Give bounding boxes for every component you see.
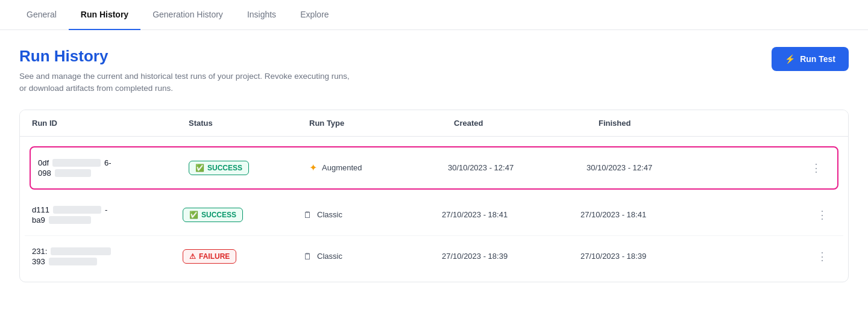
tab-explore[interactable]: Explore xyxy=(288,0,341,30)
created-cell-3: 27/10/2023 - 18:39 xyxy=(442,252,580,261)
run-id-line-4: ba9 xyxy=(32,215,183,225)
tab-generation-history[interactable]: Generation History xyxy=(140,0,235,30)
run-type-cell-3: 🗒 Classic xyxy=(303,251,442,261)
run-test-button[interactable]: ⚡ Run Test xyxy=(772,47,849,71)
status-cell-2: ✅ SUCCESS xyxy=(183,208,303,222)
run-id-blur-2 xyxy=(55,169,91,177)
run-id-line-2: 098 xyxy=(38,169,189,178)
status-label-1: SUCCESS xyxy=(207,164,242,172)
top-nav: General Run History Generation History I… xyxy=(0,0,868,30)
more-actions-button-2[interactable]: ⋮ xyxy=(812,206,836,224)
tab-run-history[interactable]: Run History xyxy=(69,0,140,30)
run-id-blur-1 xyxy=(52,159,101,167)
run-id-blur-5 xyxy=(51,247,111,255)
table-row: 231: 393 ⚠ FAILURE 🗒 Class xyxy=(25,236,843,277)
run-id-prefix-3: d111 xyxy=(32,205,49,214)
more-actions-button-1[interactable]: ⋮ xyxy=(806,159,830,177)
run-id-cell-2: d111 - ba9 xyxy=(32,205,183,225)
run-id-prefix-4: ba9 xyxy=(32,215,45,225)
lightning-icon: ⚡ xyxy=(785,54,795,64)
warning-icon: ⚠ xyxy=(189,252,196,261)
run-id-prefix-1: 0df xyxy=(38,158,49,167)
run-id-cell-3: 231: 393 xyxy=(32,247,183,266)
run-id-line-1: 0df 6- xyxy=(38,158,189,167)
status-label-3: FAILURE xyxy=(199,252,230,261)
classic-icon-2: 🗒 xyxy=(303,209,312,220)
run-id-line-5: 231: xyxy=(32,247,183,256)
run-test-label: Run Test xyxy=(800,54,835,64)
run-id-prefix-6: 393 xyxy=(32,257,45,266)
run-id-suffix-2: - xyxy=(105,205,107,214)
check-circle-icon: ✅ xyxy=(195,164,204,172)
col-run-type: Run Type xyxy=(309,119,454,128)
run-type-cell-1: ✦ Augmented xyxy=(309,162,448,173)
run-type-label-3: Classic xyxy=(317,252,342,261)
run-id-line-3: d111 - xyxy=(32,205,183,214)
run-type-label-2: Classic xyxy=(317,210,342,219)
run-history-table: Run ID Status Run Type Created Finished … xyxy=(19,110,849,282)
col-run-id: Run ID xyxy=(32,119,189,128)
status-cell-1: ✅ SUCCESS xyxy=(189,161,309,175)
run-id-prefix-5: 231: xyxy=(32,247,47,256)
created-cell-1: 30/10/2023 - 12:47 xyxy=(448,163,587,172)
col-created: Created xyxy=(454,119,599,128)
table-header: Run ID Status Run Type Created Finished xyxy=(20,110,848,137)
header-row: Run History See and manage the current a… xyxy=(19,47,849,95)
run-id-blur-6 xyxy=(49,258,97,265)
status-cell-3: ⚠ FAILURE xyxy=(183,249,303,264)
created-cell-2: 27/10/2023 - 18:41 xyxy=(442,210,580,219)
status-badge-success: ✅ SUCCESS xyxy=(189,161,249,175)
status-label-2: SUCCESS xyxy=(201,211,236,219)
page-description: See and manage the current and historica… xyxy=(19,70,357,95)
check-circle-icon-2: ✅ xyxy=(189,211,198,219)
status-badge-success-2: ✅ SUCCESS xyxy=(183,208,243,222)
status-badge-failure: ⚠ FAILURE xyxy=(183,249,236,264)
page-content: Run History See and manage the current a… xyxy=(0,30,868,302)
table-row: d111 - ba9 ✅ SUCCESS 🗒 xyxy=(25,194,843,236)
finished-cell-2: 27/10/2023 - 18:41 xyxy=(580,210,812,219)
finished-cell-1: 30/10/2023 - 12:47 xyxy=(587,163,806,172)
finished-cell-3: 27/10/2023 - 18:39 xyxy=(580,252,812,261)
run-type-cell-2: 🗒 Classic xyxy=(303,209,442,220)
run-id-prefix-2: 098 xyxy=(38,169,51,178)
table-row: 0df 6- 098 ✅ SUCCESS ✦ xyxy=(30,146,838,190)
run-id-line-6: 393 xyxy=(32,257,183,266)
col-status: Status xyxy=(189,119,309,128)
col-finished: Finished xyxy=(599,119,812,128)
run-type-label-1: Augmented xyxy=(322,163,362,172)
run-id-cell: 0df 6- 098 xyxy=(38,158,189,178)
classic-icon-3: 🗒 xyxy=(303,251,312,261)
run-id-suffix-1: 6- xyxy=(104,158,112,167)
tab-general[interactable]: General xyxy=(14,0,69,30)
page-title: Run History xyxy=(19,47,357,66)
tab-insights[interactable]: Insights xyxy=(235,0,288,30)
highlighted-row-wrapper: 0df 6- 098 ✅ SUCCESS ✦ xyxy=(20,137,848,190)
row3-wrapper: 231: 393 ⚠ FAILURE 🗒 Class xyxy=(20,236,848,282)
row2-wrapper: d111 - ba9 ✅ SUCCESS 🗒 xyxy=(20,194,848,236)
col-actions xyxy=(812,119,836,128)
more-actions-button-3[interactable]: ⋮ xyxy=(812,247,836,265)
run-id-blur-4 xyxy=(49,216,91,224)
run-id-blur-3 xyxy=(53,206,101,214)
augmented-icon: ✦ xyxy=(309,162,317,173)
header-text: Run History See and manage the current a… xyxy=(19,47,357,95)
